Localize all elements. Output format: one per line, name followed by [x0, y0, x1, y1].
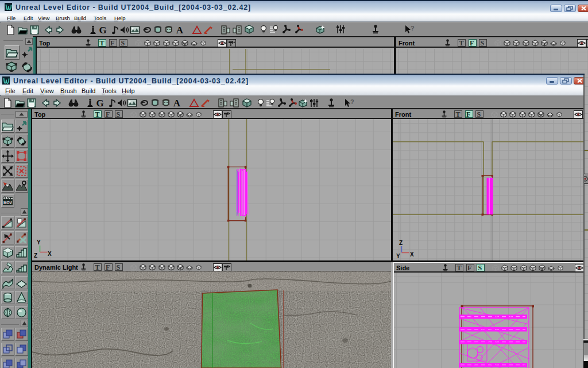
svg-text:G: G — [96, 98, 103, 109]
svg-text:?: ? — [411, 25, 415, 32]
svg-text:Y: Y — [396, 253, 400, 259]
svg-text:X: X — [48, 251, 52, 257]
svg-text:X: X — [410, 251, 414, 258]
svg-text:G: G — [99, 25, 106, 36]
svg-text:?: ? — [350, 98, 354, 105]
svg-text:MOV: MOV — [3, 201, 12, 205]
svg-text:Y: Y — [37, 239, 41, 246]
svg-text:Z: Z — [34, 252, 37, 259]
svg-text:A: A — [176, 25, 184, 36]
svg-text:A: A — [173, 98, 181, 109]
svg-text:Z: Z — [399, 240, 403, 246]
